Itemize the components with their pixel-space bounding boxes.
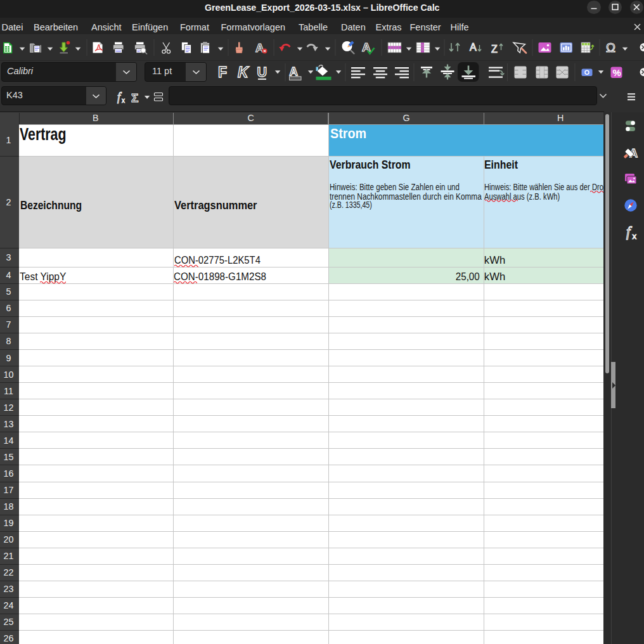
svg-text:x: x — [633, 231, 637, 241]
svg-text:U: U — [257, 65, 267, 80]
svg-text:%: % — [613, 67, 621, 78]
svg-text:Z: Z — [491, 44, 498, 55]
svg-text:A: A — [290, 65, 298, 78]
svg-text:A: A — [470, 42, 477, 53]
svg-text:Ω: Ω — [606, 41, 615, 55]
svg-text:f: f — [626, 224, 633, 240]
svg-text:F: F — [218, 64, 227, 80]
svg-text:x: x — [122, 97, 125, 104]
svg-text:K: K — [238, 64, 249, 80]
svg-text:Σ: Σ — [131, 91, 138, 105]
